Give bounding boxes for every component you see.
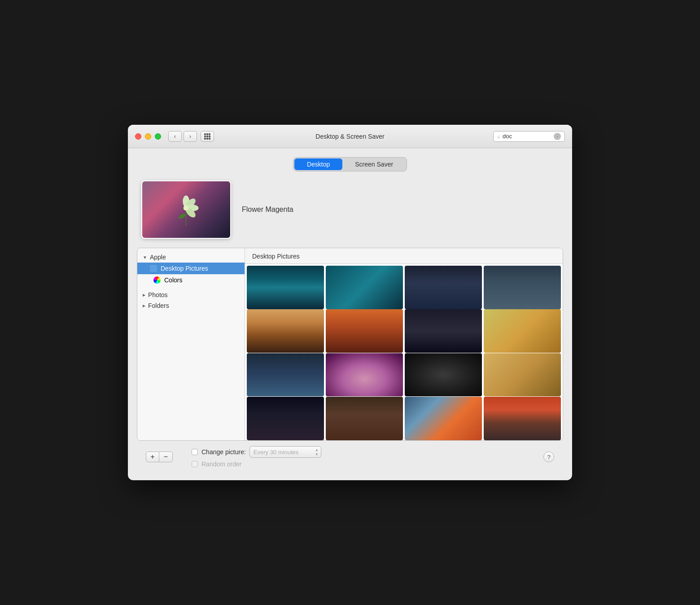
- remove-button[interactable]: −: [159, 452, 173, 462]
- grid-image-4[interactable]: [484, 266, 561, 309]
- traffic-lights: [135, 133, 161, 140]
- clear-search-button[interactable]: ×: [554, 133, 561, 140]
- sidebar-item-photos[interactable]: ▶ Photos: [137, 289, 245, 300]
- back-button[interactable]: ‹: [168, 131, 182, 142]
- fullscreen-button[interactable]: [155, 133, 161, 140]
- grid-image-16[interactable]: [484, 397, 561, 440]
- window-title: Desktop & Screen Saver: [315, 133, 384, 140]
- grid-image-14[interactable]: [326, 397, 403, 440]
- tab-bar: Desktop Screen Saver: [137, 157, 563, 171]
- grid-image-7[interactable]: [405, 309, 482, 353]
- change-picture-checkbox[interactable]: [192, 449, 198, 455]
- nav-buttons: ‹ ›: [168, 131, 214, 142]
- sidebar-apple-header[interactable]: ▼ Apple: [137, 252, 245, 263]
- preview-title: Flower Magenta: [242, 206, 293, 214]
- folder-icon: [150, 265, 157, 272]
- colors-label: Colors: [164, 276, 182, 284]
- sidebar-group-apple: ▼ Apple Desktop Pictures Colors: [137, 248, 245, 289]
- grid-image-6[interactable]: [326, 309, 403, 353]
- folders-expand-icon: ▶: [143, 304, 145, 308]
- photos-label: Photos: [148, 291, 168, 298]
- main-window: ‹ › Desktop & Screen Saver ⌕ × Desktop S…: [128, 125, 572, 480]
- image-grid: [245, 264, 563, 440]
- grid-image-15[interactable]: [405, 397, 482, 440]
- grid-image-2[interactable]: [326, 266, 403, 309]
- close-button[interactable]: [135, 133, 141, 140]
- preview-gradient: [142, 181, 230, 238]
- sidebar-item-colors[interactable]: Colors: [137, 274, 245, 286]
- help-button[interactable]: ?: [543, 452, 554, 462]
- apple-expand-icon: ▼: [143, 255, 147, 260]
- flower-svg: [155, 190, 217, 229]
- grid-image-1[interactable]: [247, 266, 324, 309]
- photos-expand-icon: ▶: [143, 293, 145, 297]
- desktop-pictures-label: Desktop Pictures: [161, 265, 208, 272]
- grid-image-3[interactable]: [405, 266, 482, 309]
- sidebar-item-desktop-pictures[interactable]: Desktop Pictures: [137, 263, 245, 274]
- tab-group: Desktop Screen Saver: [293, 157, 407, 171]
- change-picture-label: Change picture:: [201, 448, 246, 456]
- apple-label: Apple: [150, 254, 166, 261]
- view-grid-button[interactable]: [201, 131, 214, 142]
- grid-image-10[interactable]: [326, 353, 403, 397]
- search-input[interactable]: [503, 133, 551, 140]
- grid-icon: [204, 133, 210, 140]
- preview-image: [141, 180, 231, 239]
- content-header: Desktop Pictures: [245, 248, 563, 264]
- grid-image-12[interactable]: [484, 353, 561, 397]
- sidebar: ▼ Apple Desktop Pictures Colors ▶ Photos: [137, 248, 245, 440]
- grid-image-5[interactable]: [247, 309, 324, 353]
- search-icon: ⌕: [497, 133, 500, 140]
- tab-desktop[interactable]: Desktop: [294, 158, 342, 170]
- random-order-label: Random order: [201, 460, 242, 468]
- content-area: Desktop Pictures: [245, 248, 563, 440]
- search-box[interactable]: ⌕ ×: [493, 131, 565, 142]
- grid-image-13[interactable]: [247, 397, 324, 440]
- minimize-button[interactable]: [145, 133, 151, 140]
- interval-select-wrapper: Every 30 minutes Every 5 minutes Every h…: [249, 446, 321, 458]
- random-order-checkbox[interactable]: [192, 461, 198, 467]
- preview-area: Flower Magenta: [137, 180, 563, 239]
- main-panel: ▼ Apple Desktop Pictures Colors ▶ Photos: [137, 248, 563, 441]
- colors-icon: [153, 276, 161, 284]
- tab-screen-saver[interactable]: Screen Saver: [342, 158, 406, 170]
- window-content: Desktop Screen Saver: [128, 148, 572, 480]
- interval-select[interactable]: Every 30 minutes Every 5 minutes Every h…: [249, 446, 321, 458]
- bottom-bar: + − Change picture: Every 30 minutes Eve…: [137, 441, 563, 473]
- svg-point-1: [178, 212, 187, 219]
- grid-image-9[interactable]: [247, 353, 324, 397]
- sidebar-item-folders[interactable]: ▶ Folders: [137, 300, 245, 311]
- titlebar: ‹ › Desktop & Screen Saver ⌕ ×: [128, 125, 572, 148]
- forward-button[interactable]: ›: [184, 131, 197, 142]
- add-remove-buttons: + −: [146, 452, 173, 462]
- grid-image-8[interactable]: [484, 309, 561, 353]
- svg-point-7: [184, 205, 189, 210]
- add-button[interactable]: +: [146, 452, 159, 462]
- folders-label: Folders: [148, 302, 169, 309]
- grid-image-11[interactable]: [405, 353, 482, 397]
